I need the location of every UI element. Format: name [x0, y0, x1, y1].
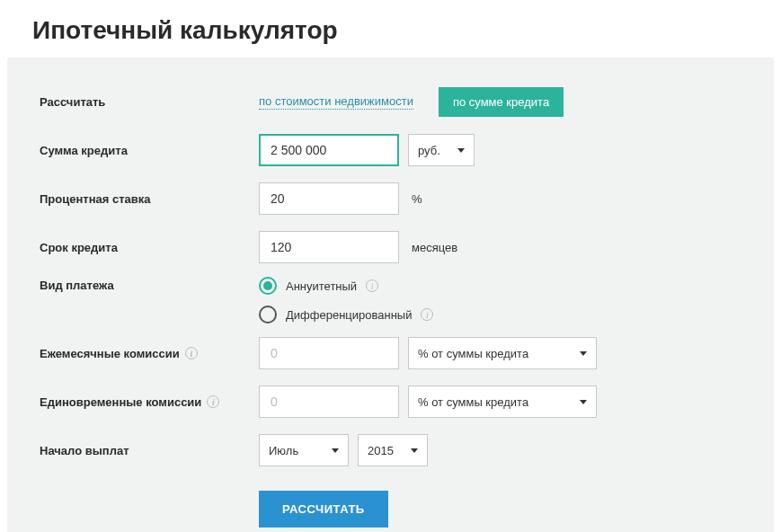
row-payment-type: Вид платежа Аннуитетный i Дифференцирова…: [7, 271, 774, 329]
onetime-fee-type-select[interactable]: % от суммы кредита: [408, 386, 597, 418]
label-interest-rate: Процентная ставка: [40, 192, 259, 206]
currency-value: руб.: [418, 144, 440, 157]
calculate-button[interactable]: РАССЧИТАТЬ: [259, 491, 388, 528]
start-year-select[interactable]: 2015: [358, 434, 428, 466]
onetime-fee-type-value: % от суммы кредита: [418, 395, 528, 409]
calculator-form: Рассчитать по стоимости недвижимости по …: [7, 58, 774, 532]
label-loan-sum: Сумма кредита: [40, 144, 259, 157]
row-submit: РАССЧИТАТЬ: [7, 474, 774, 532]
row-loan-sum: Сумма кредита руб.: [7, 126, 774, 174]
tab-by-loan-amount[interactable]: по сумме кредита: [439, 87, 564, 117]
page-title: Ипотечный калькулятор: [0, 0, 781, 58]
unit-percent: %: [412, 192, 422, 206]
currency-select[interactable]: руб.: [408, 134, 475, 166]
label-payout-start: Начало выплат: [40, 444, 259, 457]
info-icon[interactable]: i: [366, 279, 378, 292]
row-loan-term: Срок кредита месяцев: [7, 223, 774, 271]
onetime-fees-input[interactable]: [259, 386, 399, 418]
radio-annuity[interactable]: Аннуитетный i: [259, 277, 433, 295]
info-icon[interactable]: i: [207, 395, 219, 408]
loan-term-input[interactable]: [259, 231, 399, 263]
label-monthly-fees: Ежемесячные комиссии: [40, 347, 180, 360]
info-icon[interactable]: i: [421, 308, 433, 321]
chevron-down-icon: [580, 400, 587, 404]
monthly-fee-type-select[interactable]: % от суммы кредита: [408, 337, 597, 369]
row-onetime-fees: Единовременные комиссии i % от суммы кре…: [7, 377, 774, 426]
row-monthly-fees: Ежемесячные комиссии i % от суммы кредит…: [7, 329, 774, 377]
unit-months: месяцев: [412, 241, 457, 254]
label-payment-type: Вид платежа: [40, 271, 259, 292]
row-payout-start: Начало выплат Июль 2015: [7, 426, 774, 474]
label-onetime-fees: Единовременные комиссии: [40, 395, 201, 409]
label-loan-term: Срок кредита: [40, 241, 259, 254]
start-year-value: 2015: [368, 444, 394, 457]
payment-type-radio-group: Аннуитетный i Дифференцированный i: [259, 271, 433, 329]
row-interest-rate: Процентная ставка %: [7, 174, 774, 223]
info-icon[interactable]: i: [185, 347, 198, 359]
start-month-value: Июль: [269, 444, 298, 457]
label-calculate: Рассчитать: [40, 95, 259, 109]
monthly-fees-input[interactable]: [259, 337, 399, 369]
chevron-down-icon: [332, 448, 339, 453]
chevron-down-icon: [580, 351, 587, 356]
interest-rate-input[interactable]: [259, 182, 399, 215]
radio-icon-unchecked: [259, 306, 277, 324]
radio-label-differentiated: Дифференцированный: [286, 308, 412, 322]
tabs-group: по стоимости недвижимости по сумме креди…: [259, 87, 564, 117]
radio-label-annuity: Аннуитетный: [286, 279, 357, 293]
chevron-down-icon: [457, 148, 465, 153]
loan-sum-input[interactable]: [259, 134, 399, 166]
radio-differentiated[interactable]: Дифференцированный i: [259, 306, 433, 324]
row-calculate-mode: Рассчитать по стоимости недвижимости по …: [7, 77, 774, 126]
monthly-fee-type-value: % от суммы кредита: [418, 347, 528, 360]
start-month-select[interactable]: Июль: [259, 434, 349, 466]
radio-icon-checked: [259, 277, 277, 295]
chevron-down-icon: [411, 448, 418, 453]
tab-by-property-value[interactable]: по стоимости недвижимости: [259, 94, 413, 110]
